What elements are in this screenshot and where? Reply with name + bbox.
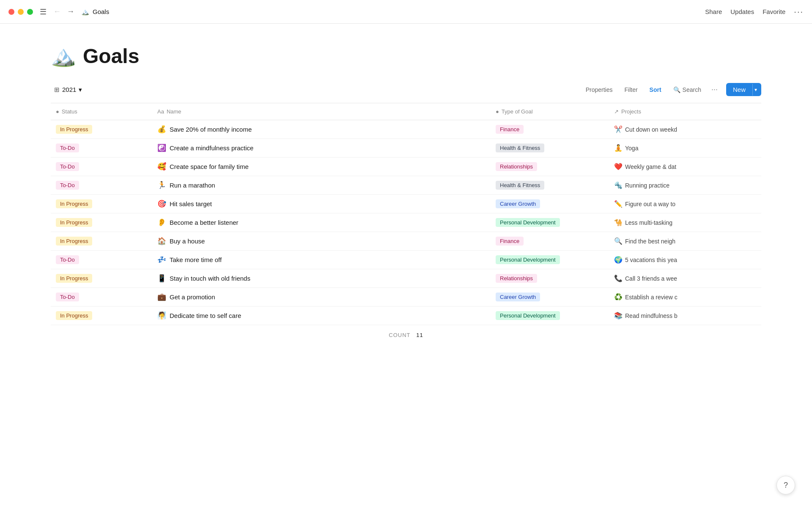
- view-caret-icon: ▾: [79, 86, 82, 94]
- count-label: COUNT: [389, 332, 410, 338]
- project-emoji: 🐪: [614, 218, 623, 226]
- status-col-icon: ●: [56, 108, 59, 115]
- status-cell: To-Do: [51, 140, 152, 156]
- project-emoji: ❤️: [614, 163, 623, 171]
- table-row[interactable]: In Progress 👂 Become a better listener P…: [51, 213, 761, 232]
- col-header-projects: ↗ Projects: [609, 106, 761, 117]
- type-cell: Personal Development: [491, 215, 609, 230]
- projects-col-icon: ↗: [614, 108, 619, 115]
- updates-button[interactable]: Updates: [730, 8, 754, 15]
- search-button[interactable]: 🔍 Search: [668, 84, 706, 96]
- table-row[interactable]: To-Do 🏃 Run a marathon Health & Fitness …: [51, 176, 761, 195]
- row-emoji: 🥰: [157, 162, 166, 171]
- toolbar-actions: Properties Filter Sort 🔍 Search ··· New …: [581, 83, 761, 96]
- table-row[interactable]: To-Do ☯️ Create a mindfulness practice H…: [51, 139, 761, 157]
- table-row[interactable]: To-Do 💤 Take more time off Personal Deve…: [51, 251, 761, 269]
- name-cell: 🥰 Create space for family time: [152, 159, 491, 174]
- type-cell: Personal Development: [491, 252, 609, 268]
- table-row[interactable]: In Progress 📱 Stay in touch with old fri…: [51, 269, 761, 288]
- type-badge: Personal Development: [496, 218, 560, 227]
- titlebar-actions: Share Updates Favorite ···: [705, 7, 804, 17]
- help-button[interactable]: ?: [776, 476, 795, 494]
- filter-button[interactable]: Filter: [619, 84, 642, 96]
- type-cell: Finance: [491, 121, 609, 137]
- type-col-label: Type of Goal: [502, 108, 533, 115]
- projects-cell: ❤️ Weekly game & dat: [609, 159, 761, 174]
- status-badge: To-Do: [56, 162, 79, 171]
- project-name: Read mindfulness b: [625, 312, 678, 319]
- fullscreen-button[interactable]: [27, 9, 33, 15]
- projects-cell: 🐪 Less multi-tasking: [609, 215, 761, 230]
- status-badge: To-Do: [56, 181, 79, 190]
- type-col-icon: ●: [496, 108, 499, 115]
- type-badge: Finance: [496, 125, 524, 134]
- view-label: 2021: [62, 86, 76, 93]
- type-badge: Relationships: [496, 274, 537, 283]
- table-row[interactable]: To-Do 🥰 Create space for family time Rel…: [51, 157, 761, 176]
- row-name: Get a promotion: [170, 293, 215, 301]
- projects-cell: 🌍 5 vacations this yea: [609, 252, 761, 267]
- forward-button[interactable]: →: [65, 6, 76, 17]
- back-button[interactable]: ←: [52, 6, 63, 17]
- project-emoji: 🧘: [614, 144, 623, 152]
- table-row[interactable]: In Progress 💰 Save 20% of monthly income…: [51, 120, 761, 139]
- table-row[interactable]: In Progress 🎯 Hit sales target Career Gr…: [51, 195, 761, 213]
- project-emoji: ♻️: [614, 293, 623, 301]
- project-name: Less multi-tasking: [625, 219, 672, 226]
- row-emoji: ☯️: [157, 144, 166, 152]
- type-cell: Relationships: [491, 271, 609, 286]
- sidebar-toggle-button[interactable]: ☰: [40, 7, 47, 17]
- project-emoji: 🔍: [614, 237, 623, 245]
- minimize-button[interactable]: [18, 9, 24, 15]
- row-emoji: 🏃: [157, 181, 166, 190]
- status-badge: In Progress: [56, 237, 92, 246]
- properties-button[interactable]: Properties: [581, 84, 618, 96]
- new-caret-button[interactable]: ▾: [752, 84, 761, 96]
- status-badge: To-Do: [56, 255, 79, 264]
- table-row[interactable]: In Progress 🏠 Buy a house Finance 🔍 Find…: [51, 232, 761, 251]
- traffic-lights: [8, 9, 33, 15]
- table-header: ● Status Aa Name ● Type of Goal ↗ Projec…: [51, 103, 761, 120]
- project-emoji: ✏️: [614, 200, 623, 208]
- new-button[interactable]: New: [726, 83, 752, 96]
- close-button[interactable]: [8, 9, 14, 15]
- count-row: COUNT 11: [51, 325, 761, 345]
- toolbar-more-button[interactable]: ···: [708, 83, 721, 96]
- page-icon: 🏔️: [81, 8, 89, 16]
- status-cell: To-Do: [51, 289, 152, 305]
- favorite-button[interactable]: Favorite: [763, 8, 785, 15]
- row-emoji: 💰: [157, 125, 166, 134]
- more-options-button[interactable]: ···: [794, 7, 804, 17]
- page-header: 🏔️ Goals: [51, 44, 761, 68]
- status-badge: In Progress: [56, 199, 92, 208]
- type-badge: Career Growth: [496, 199, 540, 208]
- row-emoji: 🏠: [157, 237, 166, 246]
- col-header-name: Aa Name: [152, 106, 491, 117]
- projects-col-label: Projects: [621, 108, 641, 115]
- table-row[interactable]: To-Do 💼 Get a promotion Career Growth ♻️…: [51, 288, 761, 306]
- goals-table: ● Status Aa Name ● Type of Goal ↗ Projec…: [51, 103, 761, 345]
- view-selector-button[interactable]: ⊞ 2021 ▾: [51, 84, 85, 95]
- name-cell: 📱 Stay in touch with old friends: [152, 271, 491, 286]
- type-badge: Personal Development: [496, 311, 560, 320]
- sort-button[interactable]: Sort: [645, 84, 667, 96]
- status-cell: In Progress: [51, 308, 152, 323]
- project-name: Weekly game & dat: [625, 163, 676, 170]
- status-col-label: Status: [62, 108, 77, 115]
- type-cell: Personal Development: [491, 308, 609, 323]
- table-row[interactable]: In Progress 🧖 Dedicate time to self care…: [51, 306, 761, 325]
- project-emoji: 📚: [614, 312, 623, 320]
- type-cell: Health & Fitness: [491, 140, 609, 156]
- page-breadcrumb: 🏔️ Goals: [81, 8, 109, 16]
- new-button-group: New ▾: [726, 83, 761, 96]
- status-cell: In Progress: [51, 215, 152, 230]
- project-emoji: 📞: [614, 274, 623, 282]
- row-name: Dedicate time to self care: [170, 312, 241, 319]
- project-name: Call 3 friends a wee: [625, 275, 677, 282]
- type-cell: Health & Fitness: [491, 177, 609, 193]
- row-name: Create a mindfulness practice: [170, 144, 253, 152]
- share-button[interactable]: Share: [705, 8, 722, 15]
- type-badge: Relationships: [496, 162, 537, 171]
- status-cell: To-Do: [51, 252, 152, 268]
- project-name: Yoga: [625, 145, 638, 152]
